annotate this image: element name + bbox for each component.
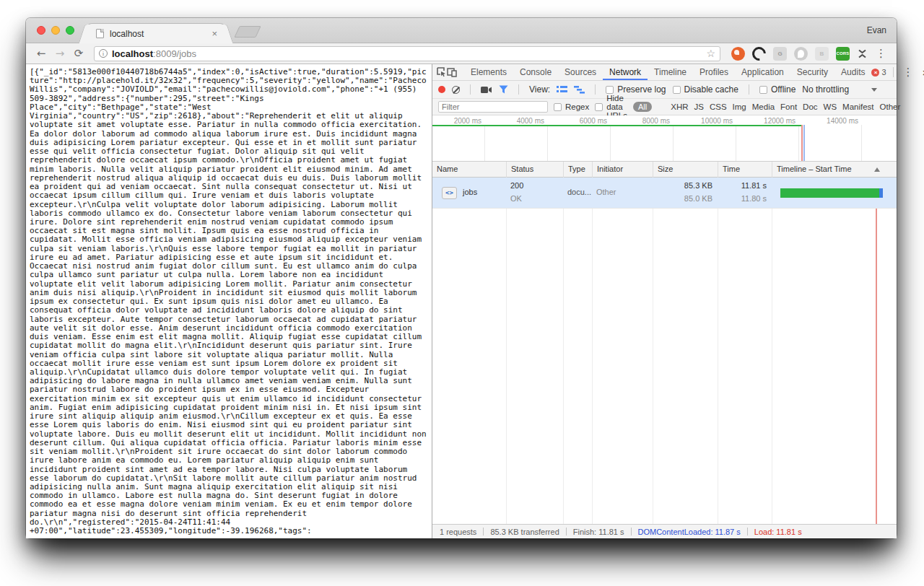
summary-transferred: 85.3 KB transferred [490,528,559,536]
column-header-initiator[interactable]: Initiator [592,162,653,178]
disable-cache-label: Disable cache [684,84,738,95]
extension-pinwheel-icon[interactable] [731,47,745,61]
request-type: docu... [567,188,591,196]
extension-g-icon[interactable]: G [773,47,787,61]
devtools-tab-console[interactable]: Console [513,64,558,80]
tab-close-icon[interactable]: × [210,28,219,39]
page-info-icon[interactable]: i [99,49,108,58]
filter-type-ws[interactable]: WS [824,102,837,111]
record-network-log-button[interactable] [438,86,445,93]
error-count: 3 [881,68,886,76]
devtools-tab-profiles[interactable]: Profiles [693,64,735,80]
devtools-tab-timeline[interactable]: Timeline [648,64,693,80]
bookmark-star-icon[interactable]: ☆ [706,48,715,59]
request-status-code: 200 [510,181,523,190]
browser-tab[interactable]: localhost × [87,23,225,43]
request-size-transferred: 85.0 KB [653,194,712,203]
filter-type-xhr[interactable]: XHR [671,102,688,111]
throttling-select[interactable]: No throttling [802,84,877,95]
minimize-window-button[interactable] [51,26,60,35]
overview-gridline [736,125,736,161]
collapse-extensions-icon[interactable] [858,49,867,58]
overview-gridline [673,125,674,161]
column-header-size[interactable]: Size [653,162,718,178]
overview-dcl-event-line [803,125,805,161]
extension-b-icon[interactable]: B [815,47,829,61]
filter-type-font[interactable]: Font [780,102,797,111]
clear-network-log-icon[interactable] [452,86,460,94]
extension-ring-icon[interactable] [752,47,766,61]
screenshot-camera-icon[interactable] [481,86,492,94]
disable-cache-checkbox[interactable] [673,86,681,94]
devtools-tab-security[interactable]: Security [790,64,834,80]
extension-cors-icon[interactable]: CORS [836,47,850,61]
hide-data-urls-checkbox[interactable] [595,103,603,111]
large-request-rows-icon[interactable] [557,86,567,94]
regex-control[interactable]: Regex [554,102,589,111]
overview-load-event-line [801,125,803,161]
column-separator [563,178,564,524]
refresh-button[interactable]: ⟳ [71,47,87,60]
url-text: localhost:8009/jobs [112,48,702,59]
filter-type-all[interactable]: All [633,102,652,112]
throttling-value: No throttling [802,84,849,95]
column-separator [718,178,718,524]
filter-type-doc[interactable]: Doc [803,102,817,111]
show-overview-icon[interactable] [574,86,585,94]
devtools-tab-application[interactable]: Application [735,64,790,80]
waterfall-load-event-line [876,178,877,524]
overview-tick: 10000 ms [689,117,733,125]
error-icon: × [871,69,879,76]
offline-control[interactable]: Offline [759,84,796,95]
column-header-status[interactable]: Status [506,162,563,178]
request-row-jobs[interactable]: <> jobs 200 OK docu... Other 85.3 KB 85.… [432,178,897,209]
devtools-close-icon[interactable]: × [920,66,924,79]
regex-checkbox[interactable] [554,103,562,111]
network-summary-bar: 1 requests 85.3 KB transferred Finish: 1… [432,524,897,538]
filter-input[interactable] [438,101,548,113]
browser-menu-icon[interactable]: ⋮ [876,47,886,60]
summary-dom-content-loaded: DOMContentLoaded: 11.87 s [638,528,741,536]
filter-type-js[interactable]: JS [694,102,704,111]
filter-type-manifest[interactable]: Manifest [842,102,873,111]
filter-type-media[interactable]: Media [752,102,775,111]
devtools-tab-sources[interactable]: Sources [558,64,603,80]
zoom-window-button[interactable] [66,26,74,35]
request-size: 85.3 KB [653,181,712,190]
forward-button[interactable]: → [52,47,68,60]
filter-type-img[interactable]: Img [733,102,746,111]
column-header-name[interactable]: Name [432,162,506,178]
preserve-log-checkbox[interactable] [606,86,614,94]
column-header-type[interactable]: Type [563,162,592,178]
console-error-badge[interactable]: × 3 [871,68,886,76]
overview-gridline [861,125,862,161]
overview-gridline [484,125,485,161]
new-tab-button[interactable] [234,26,261,38]
offline-checkbox[interactable] [759,86,767,94]
extension-moon-icon[interactable] [794,47,808,61]
devtools-tab-network[interactable]: Network [603,64,648,80]
inspect-element-icon[interactable] [437,64,447,80]
request-initiator: Other [596,188,616,196]
page-viewport: [{"_id":"5813e000f10440718b6744a5","inde… [26,64,432,538]
request-name: jobs [463,188,477,196]
url-bar[interactable]: i localhost:8009/jobs ☆ [94,46,720,61]
devtools-menu-icon[interactable]: ⋮ [903,66,914,79]
filter-type-css[interactable]: CSS [710,102,727,111]
column-header-time[interactable]: Time [718,162,772,178]
devtools-tab-audits[interactable]: Audits [834,64,871,80]
waterfall-bar[interactable] [780,188,883,198]
devtools-tab-elements[interactable]: Elements [464,64,513,80]
preserve-log-label: Preserve log [617,84,666,95]
device-toolbar-icon[interactable] [447,64,457,80]
disable-cache-control[interactable]: Disable cache [673,84,738,95]
divider [747,528,748,535]
column-separator [506,178,507,524]
close-window-button[interactable] [37,26,45,35]
filter-funnel-icon[interactable] [499,85,508,94]
preserve-log-control[interactable]: Preserve log [606,84,666,95]
network-overview-timeline[interactable]: 2000 ms 4000 ms 6000 ms 8000 ms 10000 ms… [432,115,897,162]
column-separator [592,178,593,524]
back-button[interactable]: ← [33,47,49,60]
filter-type-other[interactable]: Other [880,102,901,111]
